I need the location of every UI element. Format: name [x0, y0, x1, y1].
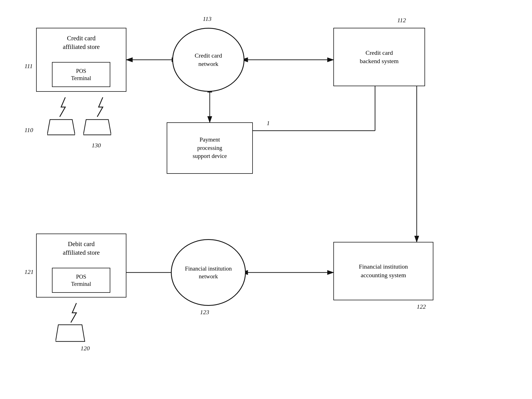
svg-marker-10	[47, 120, 75, 135]
svg-marker-11	[83, 120, 111, 135]
debit-store-box: Debit card affiliated store POS Terminal	[36, 234, 126, 298]
label-120: 120	[81, 345, 90, 352]
pos-terminal-top-label: POS Terminal	[71, 67, 91, 82]
card-device-110	[47, 117, 75, 139]
label-121: 121	[24, 268, 34, 276]
lightning-bottom	[67, 302, 83, 324]
lightning-top-right	[93, 96, 110, 118]
diagram-container: Credit card affiliated store POS Termina…	[0, 0, 532, 399]
financial-network-ellipse: Financial institution network	[171, 239, 246, 306]
debit-store-label: Debit card affiliated store	[37, 237, 126, 257]
svg-marker-12	[56, 325, 85, 341]
credit-store-box: Credit card affiliated store POS Termina…	[36, 28, 126, 92]
label-1: 1	[267, 120, 270, 127]
payment-device-label: Payment processing support device	[193, 136, 227, 160]
credit-network-label: Credit card network	[195, 51, 222, 68]
pos-terminal-bottom-label: POS Terminal	[71, 273, 91, 288]
label-111: 111	[24, 63, 33, 70]
label-112: 112	[397, 17, 406, 24]
financial-accounting-box: Financial institution accounting system	[333, 242, 433, 300]
pos-terminal-top-box: POS Terminal	[52, 62, 110, 87]
label-123: 123	[200, 309, 209, 316]
credit-backend-label: Credit card backend system	[360, 49, 399, 65]
label-113: 113	[203, 15, 211, 23]
label-130: 130	[92, 142, 101, 149]
label-110: 110	[24, 127, 33, 134]
card-device-120	[56, 322, 86, 346]
pos-terminal-bottom-box: POS Terminal	[52, 268, 110, 293]
financial-network-label: Financial institution network	[185, 265, 232, 281]
label-122: 122	[417, 303, 426, 310]
payment-device-box: Payment processing support device	[167, 122, 253, 174]
credit-store-label: Credit card affiliated store	[37, 31, 126, 51]
credit-backend-box: Credit card backend system	[333, 28, 425, 86]
card-device-130	[83, 117, 111, 139]
financial-accounting-label: Financial institution accounting system	[359, 262, 408, 280]
lightning-top-left	[56, 96, 72, 118]
credit-network-ellipse: Credit card network	[172, 28, 244, 92]
